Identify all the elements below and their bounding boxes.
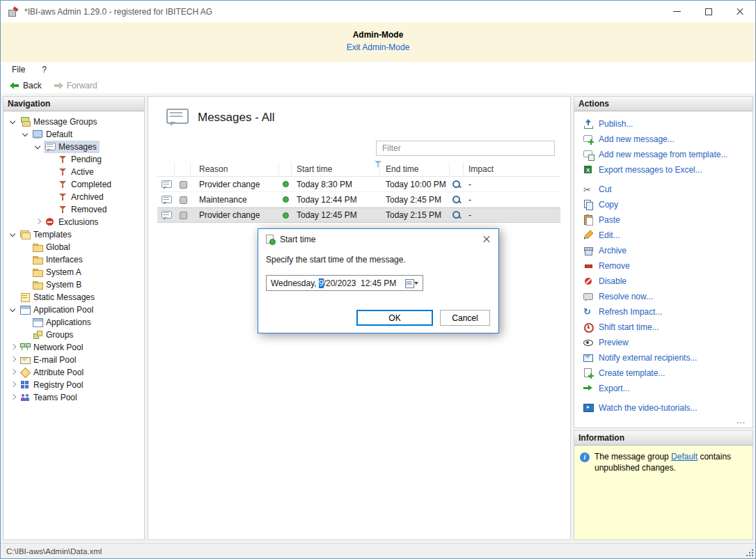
action-copy[interactable]: Copy	[583, 197, 753, 212]
table-header: Reason Start time End time Impact	[157, 162, 560, 177]
tree-item-exclusions[interactable]: Exclusions	[3, 216, 144, 228]
actions-list: Publish...Add new message...Add new mess…	[574, 111, 753, 416]
action-cut[interactable]: Cut	[583, 182, 753, 197]
action-label: Publish...	[599, 119, 633, 129]
tree-item-interfaces[interactable]: Interfaces	[3, 253, 144, 266]
tree-item-teams-pool[interactable]: Teams Pool	[3, 391, 144, 404]
filter-input[interactable]	[376, 141, 555, 156]
tree-item-pending[interactable]: Pending	[3, 153, 144, 166]
menu-help[interactable]: ?	[42, 65, 47, 74]
minimize-button[interactable]	[661, 1, 693, 22]
tree-item-default[interactable]: Default	[3, 128, 144, 141]
tree-item-templates[interactable]: Templates	[3, 228, 144, 241]
cut-icon	[583, 184, 594, 195]
back-button[interactable]: Back	[9, 80, 42, 91]
action-add-new-message[interactable]: Add new message...	[583, 132, 753, 147]
action-export[interactable]: Export...	[583, 381, 753, 396]
navigation-panel: Navigation Message GroupsDefaultMessages…	[3, 96, 145, 540]
calendar-dropdown-button[interactable]	[403, 277, 421, 289]
tree-item-application-pool[interactable]: Application Pool	[3, 304, 144, 316]
col-impact[interactable]: Impact	[464, 162, 560, 176]
tree-item-network-pool[interactable]: Network Pool	[3, 341, 144, 354]
tree-item-static-messages[interactable]: Static Messages	[3, 291, 144, 304]
more-actions[interactable]: ...	[574, 416, 753, 427]
action-create-template[interactable]: Create template...	[583, 365, 753, 381]
close-button[interactable]	[724, 1, 755, 22]
dialog-close-button[interactable]	[481, 234, 492, 245]
expand-chevron-icon[interactable]	[33, 216, 44, 228]
tree-item-message-groups[interactable]: Message Groups	[3, 116, 144, 128]
calendar-icon	[404, 278, 414, 288]
action-watch-the-video-tutorials[interactable]: Watch the video-tutorials...	[583, 400, 753, 416]
tree-item-messages[interactable]: Messages	[3, 141, 144, 153]
expand-chevron-icon[interactable]	[8, 354, 19, 365]
tree-item-applications[interactable]: Applications	[3, 316, 144, 329]
table-row[interactable]: MaintenanceToday 12:44 PMToday 2:45 PM-	[157, 192, 560, 207]
col-status[interactable]	[279, 162, 292, 176]
menu-file[interactable]: File	[12, 65, 25, 74]
tree-item-label: System B	[46, 280, 81, 290]
collapse-chevron-icon[interactable]	[8, 229, 19, 240]
action-edit[interactable]: Edit...	[583, 228, 753, 243]
action-resolve-now[interactable]: Resolve now...	[583, 289, 753, 304]
status-dot-icon	[283, 196, 289, 203]
forward-button[interactable]: Forward	[53, 80, 97, 91]
menu-bar: File ?	[1, 62, 755, 77]
collapse-chevron-icon[interactable]	[33, 141, 44, 152]
tree-item-attribute-pool[interactable]: Attribute Pool	[3, 366, 144, 379]
resize-grip[interactable]	[744, 547, 754, 557]
exit-admin-mode-link[interactable]: Exit Admin-Mode	[347, 42, 410, 52]
col-state-icon[interactable]	[175, 162, 191, 176]
col-start-time[interactable]: Start time	[292, 162, 380, 176]
tree-item-archived[interactable]: Archived	[3, 191, 144, 203]
tree-item-removed[interactable]: Removed	[3, 203, 144, 216]
table-row[interactable]: Provider changeToday 8:30 PMToday 10:00 …	[157, 177, 560, 192]
action-preview[interactable]: Preview	[583, 335, 753, 350]
table-row[interactable]: Provider changeToday 12:45 PMToday 2:15 …	[157, 207, 560, 223]
registry-pool-icon	[19, 379, 31, 391]
tree-item-global[interactable]: Global	[3, 241, 144, 253]
collapse-chevron-icon[interactable]	[8, 304, 19, 315]
impact-icon-cell	[450, 208, 464, 222]
maximize-button[interactable]	[693, 1, 724, 22]
action-export-messages-to-excel[interactable]: Export messages to Excel...	[583, 162, 753, 178]
expand-chevron-icon[interactable]	[8, 342, 19, 353]
tree-item-system-b[interactable]: System B	[3, 278, 144, 291]
col-impact-icon[interactable]	[450, 162, 464, 176]
action-archive[interactable]: Archive	[583, 243, 753, 258]
collapse-chevron-icon[interactable]	[20, 129, 31, 140]
col-reason[interactable]: Reason	[191, 162, 279, 176]
tree-item-label: Completed	[71, 180, 111, 189]
tree-item-body: Default	[31, 128, 75, 141]
action-disable[interactable]: Disable	[583, 274, 753, 289]
tree-item-system-a[interactable]: System A	[3, 266, 144, 278]
col-message-icon[interactable]	[157, 162, 175, 176]
action-paste[interactable]: Paste	[583, 212, 753, 228]
tree-item-body: Interfaces	[31, 253, 86, 266]
tree-item-groups[interactable]: Groups	[3, 329, 144, 341]
tree-item-registry-pool[interactable]: Registry Pool	[3, 379, 144, 391]
dialog-message: Specify the start time of the message.	[266, 255, 491, 265]
expand-chevron-icon[interactable]	[8, 392, 19, 403]
default-group-link[interactable]: Default	[671, 452, 698, 462]
action-refresh-impact[interactable]: Refresh Impact...	[583, 304, 753, 320]
action-notify-external-recipients[interactable]: Notify external recipients...	[583, 350, 753, 365]
tree-item-active[interactable]: Active	[3, 166, 144, 178]
action-shift-start-time[interactable]: Shift start time...	[583, 320, 753, 335]
cancel-button[interactable]: Cancel	[440, 310, 490, 326]
computer-icon	[32, 129, 43, 140]
exclusions-icon	[45, 216, 56, 228]
application-pool-icon	[19, 304, 31, 315]
expand-chevron-icon[interactable]	[8, 379, 19, 391]
tree-item-completed[interactable]: Completed	[3, 178, 144, 191]
tree-item-e-mail-pool[interactable]: E-mail Pool	[3, 354, 144, 366]
expand-chevron-icon[interactable]	[8, 367, 19, 378]
datetime-picker[interactable]: Wednesday, 9/20/2023 12:45 PM	[266, 275, 423, 291]
col-end-time[interactable]: End time	[380, 162, 450, 176]
tree-item-body: Attribute Pool	[19, 366, 86, 379]
collapse-chevron-icon[interactable]	[8, 116, 19, 127]
action-remove[interactable]: Remove	[583, 258, 753, 274]
action-add-new-message-from-template[interactable]: Add new message from template...	[583, 147, 753, 162]
action-publish[interactable]: Publish...	[583, 116, 753, 132]
ok-button[interactable]: OK	[356, 310, 433, 326]
